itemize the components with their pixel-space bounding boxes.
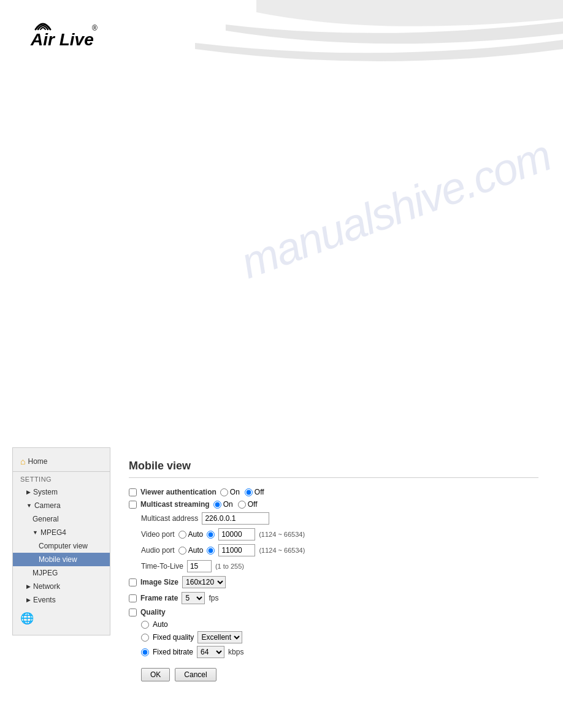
video-port-value-radio[interactable]: [207, 531, 215, 539]
sidebar-mjpeg-label: MJPEG: [33, 569, 58, 577]
audio-port-input[interactable]: [218, 544, 255, 556]
sidebar-events-label: Events: [33, 596, 56, 604]
viewer-auth-label: Viewer authentication: [140, 488, 216, 496]
quality-checkbox[interactable]: [129, 609, 137, 616]
video-port-row: Video port Auto (1124 ~ 66534): [141, 528, 538, 540]
logo: Air Live ®: [25, 12, 123, 49]
sidebar-item-computer-view[interactable]: Computer view: [13, 539, 110, 553]
quality-fixed-quality-option[interactable]: Fixed quality Excellent Good Standard Lo…: [141, 631, 538, 643]
quality-fixed-bitrate-select[interactable]: 32 48 64 96 128 256 512: [197, 646, 224, 658]
sidebar-item-events[interactable]: ▶ Events: [13, 593, 110, 607]
page-title: Mobile view: [129, 460, 538, 478]
quality-auto-radio[interactable]: [141, 621, 149, 629]
sidebar-system-label: System: [33, 488, 58, 496]
image-size-label: Image Size: [140, 578, 178, 586]
sidebar-item-home[interactable]: ⌂ Home: [13, 453, 110, 470]
video-port-auto-radio[interactable]: [178, 531, 186, 539]
arrow-right-icon-2: ▶: [26, 583, 31, 590]
multicast-on-radio[interactable]: [213, 501, 221, 509]
image-size-row: Image Size 160x120 320x240 640x480: [129, 576, 538, 588]
quality-auto-label: Auto: [153, 620, 168, 629]
audio-port-row: Audio port Auto (1124 ~ 66534): [141, 544, 538, 556]
time-to-live-input[interactable]: [187, 560, 212, 572]
multicast-off-radio[interactable]: [238, 501, 246, 509]
multicast-address-row: Multicast address: [141, 512, 538, 525]
video-port-range: (1124 ~ 66534): [259, 531, 305, 538]
cancel-button[interactable]: Cancel: [175, 668, 216, 681]
time-to-live-label: Time-To-Live: [141, 562, 183, 571]
quality-bitrate-unit: kbps: [228, 648, 243, 656]
svg-text:Air Live: Air Live: [30, 30, 94, 49]
multicast-address-label: Multicast address: [141, 514, 198, 523]
sidebar-globe[interactable]: 🌐: [13, 607, 110, 630]
content-area: Mobile view Viewer authentication On Off…: [110, 447, 551, 694]
frame-rate-select[interactable]: 1 2 3 4 5 10 15 20 25 30: [182, 592, 205, 604]
multicast-off-option[interactable]: Off: [238, 500, 258, 509]
sidebar-computer-view-label: Computer view: [39, 542, 88, 550]
sidebar-mobile-view-label: Mobile view: [39, 555, 77, 564]
quality-fixed-bitrate-label: Fixed bitrate: [153, 648, 193, 656]
frame-rate-checkbox[interactable]: [129, 594, 137, 602]
sidebar-mpeg4-label: MPEG4: [40, 528, 66, 537]
time-to-live-range: (1 to 255): [215, 563, 244, 570]
quality-block: Auto Fixed quality Excellent Good Standa…: [141, 620, 538, 658]
multicast-on-option[interactable]: On: [213, 500, 233, 509]
quality-fixed-bitrate-radio[interactable]: [141, 648, 149, 656]
svg-text:®: ®: [92, 24, 98, 32]
audio-port-range: (1124 ~ 66534): [259, 547, 305, 554]
audio-port-value-radio[interactable]: [207, 547, 215, 555]
sidebar-item-mjpeg[interactable]: MJPEG: [13, 566, 110, 580]
arrow-down-icon-2: ▼: [33, 529, 38, 536]
sidebar-item-system[interactable]: ▶ System: [13, 485, 110, 499]
sidebar: ⌂ Home SETTING ▶ System ▼ Camera General…: [12, 447, 110, 635]
quality-fixed-quality-select[interactable]: Excellent Good Standard Low: [197, 631, 242, 643]
viewer-auth-off-option[interactable]: Off: [245, 488, 264, 496]
video-port-label: Video port: [141, 530, 175, 539]
image-size-select[interactable]: 160x120 320x240 640x480: [182, 576, 226, 588]
quality-header-row: Quality: [129, 608, 538, 616]
header-swoosh: [195, 0, 563, 80]
audio-port-label: Audio port: [141, 546, 175, 555]
sidebar-item-mobile-view[interactable]: Mobile view: [13, 553, 110, 566]
sidebar-item-camera[interactable]: ▼ Camera: [13, 499, 110, 512]
multicast-streaming-radio-group: On Off: [213, 500, 258, 509]
viewer-auth-on-option[interactable]: On: [220, 488, 240, 496]
video-port-input[interactable]: [218, 528, 255, 540]
quality-fixed-quality-label: Fixed quality: [153, 633, 194, 642]
ok-button[interactable]: OK: [141, 668, 170, 681]
quality-label: Quality: [140, 608, 166, 616]
viewer-auth-checkbox[interactable]: [129, 488, 137, 496]
audio-port-value-option[interactable]: [207, 547, 215, 555]
audio-port-auto-radio[interactable]: [178, 547, 186, 555]
multicast-address-input[interactable]: [202, 512, 269, 525]
viewer-auth-on-radio[interactable]: [220, 488, 228, 496]
video-port-value-option[interactable]: [207, 531, 215, 539]
sidebar-item-network[interactable]: ▶ Network: [13, 580, 110, 593]
header: Air Live ®: [0, 0, 563, 80]
main-container: ⌂ Home SETTING ▶ System ▼ Camera General…: [0, 80, 563, 706]
viewer-auth-off-radio[interactable]: [245, 488, 253, 496]
multicast-off-label: Off: [248, 500, 258, 509]
globe-icon: 🌐: [20, 612, 34, 624]
arrow-right-icon: ▶: [26, 489, 31, 495]
sidebar-camera-label: Camera: [34, 501, 61, 510]
video-port-auto-label: Auto: [188, 530, 204, 539]
quality-auto-option[interactable]: Auto: [141, 620, 538, 629]
sidebar-home-label: Home: [28, 457, 47, 466]
multicast-streaming-checkbox[interactable]: [129, 501, 137, 509]
video-port-auto-option[interactable]: Auto: [178, 530, 204, 539]
frame-rate-label: Frame rate: [140, 594, 178, 602]
quality-fixed-quality-radio[interactable]: [141, 634, 149, 642]
audio-port-auto-option[interactable]: Auto: [178, 546, 204, 555]
logo-svg: Air Live ®: [25, 12, 123, 49]
viewer-auth-off-label: Off: [255, 488, 264, 496]
sidebar-item-general[interactable]: General: [13, 512, 110, 526]
button-row: OK Cancel: [141, 668, 538, 681]
sidebar-setting-label: SETTING: [13, 473, 110, 485]
frame-rate-row: Frame rate 1 2 3 4 5 10 15 20 25 30 fps: [129, 592, 538, 604]
frame-rate-unit: fps: [209, 594, 218, 602]
quality-fixed-bitrate-option[interactable]: Fixed bitrate 32 48 64 96 128 256 512 kb…: [141, 646, 538, 658]
sidebar-item-mpeg4[interactable]: ▼ MPEG4: [13, 526, 110, 539]
multicast-streaming-row: Multicast streaming On Off: [129, 500, 538, 509]
image-size-checkbox[interactable]: [129, 578, 137, 586]
